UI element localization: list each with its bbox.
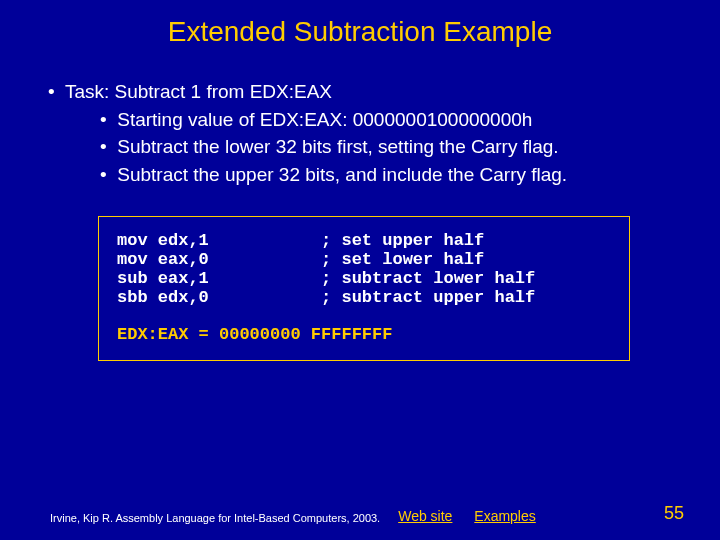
code-line: sbb edx,0 ; subtract upper half [117,288,611,307]
bullet-level2: • Starting value of EDX:EAX: 00000001000… [40,106,680,134]
bullet-list: • Task: Subtract 1 from EDX:EAX • Starti… [40,78,680,188]
slide-body: • Task: Subtract 1 from EDX:EAX • Starti… [0,48,720,361]
slide-title: Extended Subtraction Example [0,0,720,48]
code-result: EDX:EAX = 00000000 FFFFFFFF [117,325,611,344]
code-example-box: mov edx,1 ; set upper half mov eax,0 ; s… [98,216,630,361]
bullet-level2: • Subtract the upper 32 bits, and includ… [40,161,680,189]
code-line: sub eax,1 ; subtract lower half [117,269,611,288]
code-line: mov edx,1 ; set upper half [117,231,611,250]
web-site-link[interactable]: Web site [398,508,452,524]
slide-footer: Irvine, Kip R. Assembly Language for Int… [0,503,720,524]
bullet-level1: • Task: Subtract 1 from EDX:EAX [40,78,680,106]
examples-link[interactable]: Examples [474,508,535,524]
sub-bullet-2: Subtract the lower 32 bits first, settin… [117,136,558,157]
code-line: mov eax,0 ; set lower half [117,250,611,269]
footer-links: Web site Examples [398,508,554,524]
task-text: Task: Subtract 1 from EDX:EAX [65,81,332,102]
footer-credit: Irvine, Kip R. Assembly Language for Int… [50,512,380,524]
bullet-level2: • Subtract the lower 32 bits first, sett… [40,133,680,161]
page-number: 55 [664,503,684,524]
sub-bullet-3: Subtract the upper 32 bits, and include … [117,164,567,185]
sub-bullet-1: Starting value of EDX:EAX: 0000000100000… [117,109,532,130]
